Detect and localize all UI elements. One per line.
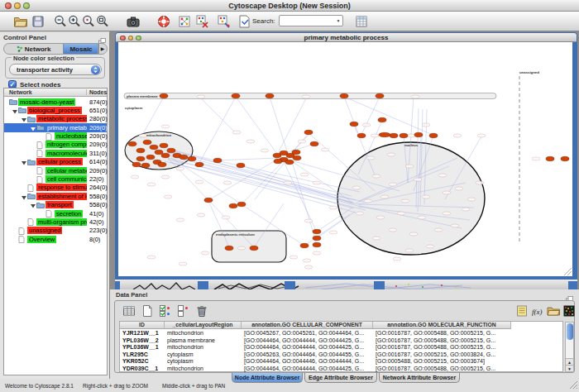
table-column-header[interactable]: ID xyxy=(120,322,165,329)
graph-node[interactable] xyxy=(313,236,321,240)
graph-node[interactable] xyxy=(160,93,168,98)
tree-row[interactable]: transport558(0) xyxy=(4,201,107,209)
network-view-window[interactable]: primary metabolic process plasma membran… xyxy=(115,32,577,280)
tree-row[interactable]: secretion41(0) xyxy=(4,209,107,218)
graph-node[interactable] xyxy=(225,246,233,250)
graph-node[interactable] xyxy=(266,93,274,98)
function-builder-icon[interactable]: f(x) xyxy=(530,304,545,318)
tree-row[interactable]: response to stimul264(0) xyxy=(4,184,107,192)
table-cell[interactable]: YKR052C xyxy=(120,358,165,366)
table-cell[interactable]: [GO:0016787, GO:0005215, GO:0003824, G..… xyxy=(373,351,511,359)
graph-node[interactable] xyxy=(285,160,294,164)
combo-stepper-icon[interactable] xyxy=(91,65,100,74)
open-session-icon[interactable] xyxy=(13,14,28,29)
tree-row[interactable]: cell communicat22(0) xyxy=(4,175,107,184)
graph-node[interactable] xyxy=(340,93,348,98)
snapshot-icon[interactable] xyxy=(126,14,141,29)
zoom-selected-icon[interactable] xyxy=(81,14,96,29)
graph-node[interactable] xyxy=(229,203,237,208)
graph-node[interactable] xyxy=(195,162,203,166)
graph-node[interactable] xyxy=(379,132,390,136)
table-cell[interactable]: [GO:0045267, GO:0045261, GO:0044464, G..… xyxy=(242,330,373,337)
graph-node[interactable] xyxy=(232,93,240,98)
network-overview-icon[interactable] xyxy=(177,14,192,29)
tree-row[interactable]: cellular metabol209(0) xyxy=(4,166,107,174)
tree-row[interactable]: cellular process614(0) xyxy=(4,158,107,166)
help-icon[interactable] xyxy=(156,14,171,29)
tab-overflow-arrow[interactable]: ▶ xyxy=(98,44,107,54)
graph-node[interactable] xyxy=(400,133,408,137)
zoom-fit-icon[interactable] xyxy=(95,14,110,29)
table-cell[interactable]: YLR295C xyxy=(120,351,165,359)
matrix-view-icon[interactable] xyxy=(562,304,577,318)
table-cell[interactable]: cytoplasm xyxy=(165,358,242,366)
network-window-titlebar[interactable]: primary metabolic process xyxy=(116,33,577,42)
graph-node[interactable] xyxy=(213,158,222,162)
graph-node[interactable] xyxy=(350,122,358,126)
graph-node[interactable] xyxy=(390,133,398,137)
table-column-header[interactable]: annotation.GO MOLECULAR_FUNCTION xyxy=(373,322,511,329)
scroll-up-icon[interactable]: ▲ xyxy=(566,358,573,365)
save-session-icon[interactable] xyxy=(31,14,45,29)
graph-node[interactable] xyxy=(304,130,313,134)
table-cell[interactable]: YPL036W__2 xyxy=(120,337,165,345)
graph-node[interactable] xyxy=(546,156,554,160)
table-cell[interactable]: YPL036W__1 xyxy=(120,344,165,351)
table-column-header[interactable]: _cellularLayoutRegion xyxy=(165,322,242,329)
zoom-out-icon[interactable] xyxy=(53,14,68,29)
table-cell[interactable]: mitochondrion xyxy=(165,330,242,337)
edit-network-icon[interactable] xyxy=(237,14,251,29)
table-cell[interactable]: YDR039C__1 xyxy=(120,366,165,373)
scroll-down-icon[interactable]: ▼ xyxy=(566,365,573,371)
graph-node[interactable] xyxy=(313,229,321,233)
table-cell[interactable]: [GO:0016787, GO:0005488, GO:0005215, G..… xyxy=(373,344,511,351)
graph-node[interactable] xyxy=(136,156,145,160)
select-attributes-icon[interactable] xyxy=(158,304,173,318)
import-attributes-icon[interactable] xyxy=(546,304,561,318)
tree-row[interactable]: biological_process651(0) xyxy=(4,106,107,114)
graph-node[interactable] xyxy=(376,93,384,98)
graph-node[interactable] xyxy=(150,145,158,149)
new-attribute-icon[interactable] xyxy=(140,304,155,318)
table-cell[interactable]: plasma membrane xyxy=(165,337,242,345)
graph-node[interactable] xyxy=(146,155,155,159)
table-cell[interactable]: [GO:0044464, GO:0044444, GO:0044425, G..… xyxy=(242,366,373,373)
graph-node[interactable] xyxy=(310,141,318,146)
graph-node[interactable] xyxy=(160,143,168,147)
table-scrollbar[interactable]: ▲ ▼ xyxy=(565,322,574,372)
table-column-header[interactable]: annotation.GO CELLULAR_COMPONENT xyxy=(242,322,373,329)
tab-mosaic[interactable]: Mosaic xyxy=(63,44,99,54)
graph-node[interactable] xyxy=(250,246,258,250)
window-titlebar[interactable]: Cytoscape Desktop (New Session) xyxy=(0,0,579,12)
attribute-notes-icon[interactable] xyxy=(514,304,529,318)
graph-node[interactable] xyxy=(237,202,246,206)
graph-node[interactable] xyxy=(188,156,196,160)
graph-node[interactable] xyxy=(179,155,188,159)
tree-row[interactable]: primary metabolic process209(0) xyxy=(4,123,107,131)
tree-row[interactable]: macromolecule311(0) xyxy=(4,149,107,157)
vizmapper-icon[interactable] xyxy=(195,14,210,29)
network-canvas[interactable]: plasma membranecytoplasmmitochondrionnuc… xyxy=(118,42,572,276)
tree-row[interactable]: multi-organism pro42(0) xyxy=(4,218,107,226)
tree-row[interactable]: nitrogen compo209(0) xyxy=(4,141,107,149)
table-cell[interactable]: [GO:0044464, GO:0044444, GO:0044425, G..… xyxy=(242,344,373,351)
graph-node[interactable] xyxy=(141,163,150,167)
tree-row[interactable]: mosaic-demo-yeast874(0) xyxy=(4,98,107,106)
canvas-resize-grip[interactable] xyxy=(564,268,572,275)
graph-node[interactable] xyxy=(357,133,366,137)
graph-node[interactable] xyxy=(414,132,423,136)
tab-network[interactable]: Network xyxy=(4,44,63,54)
unselect-attributes-icon[interactable] xyxy=(176,304,191,318)
graph-node[interactable] xyxy=(292,150,300,154)
search-dropdown-icon[interactable]: ▼ xyxy=(334,16,342,26)
graph-node[interactable] xyxy=(161,153,170,157)
delete-attribute-icon[interactable] xyxy=(194,304,209,318)
attribute-table-icon[interactable] xyxy=(122,304,136,318)
attribute-batch-icon[interactable] xyxy=(354,14,369,29)
table-cell[interactable]: [GO:0016787, GO:0005488, GO:0005215, G..… xyxy=(373,366,511,373)
graph-node[interactable] xyxy=(167,148,175,152)
graph-node[interactable] xyxy=(293,155,301,160)
graph-node[interactable] xyxy=(378,117,386,122)
graph-node[interactable] xyxy=(313,242,321,246)
graph-node[interactable] xyxy=(155,150,163,154)
